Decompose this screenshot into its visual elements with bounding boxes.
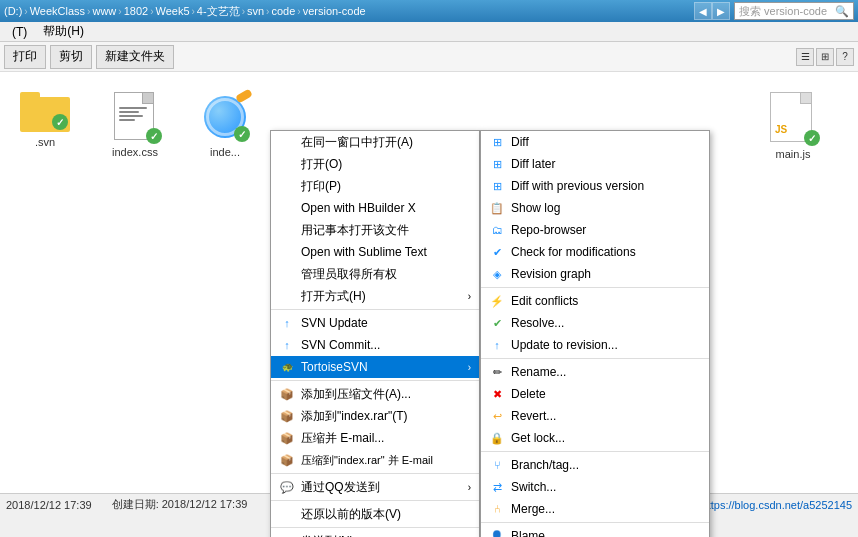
ctx-check-modifications[interactable]: ✔ Check for modifications [481, 241, 709, 263]
ctx-sep-1 [271, 309, 479, 310]
zip-email-icon: 📦 [279, 430, 295, 446]
archive-icon: 📦 [279, 386, 295, 402]
ctx-sublime[interactable]: Open with Sublime Text [271, 241, 479, 263]
new-folder-button[interactable]: 新建文件夹 [96, 45, 174, 69]
menu-item-t[interactable]: (T) [4, 23, 35, 41]
hbuilder-icon [279, 200, 295, 216]
forward-icon[interactable]: ▶ [712, 2, 730, 20]
repo-icon: 🗂 [489, 222, 505, 238]
ctx-switch[interactable]: ⇄ Switch... [481, 476, 709, 498]
switch-icon: ⇄ [489, 479, 505, 495]
status-create-date: 创建日期: 2018/12/12 17:39 [112, 497, 248, 512]
ctx-restore-version[interactable]: 还原以前的版本(V) [271, 503, 479, 525]
ctx-hbuilder[interactable]: Open with HBuilder X [271, 197, 479, 219]
ctx-rename[interactable]: ✏ Rename... [481, 361, 709, 383]
sublime-icon [279, 244, 295, 260]
cut-button[interactable]: 剪切 [50, 45, 92, 69]
ctx-print[interactable]: 打印(P) [271, 175, 479, 197]
menu-bar: (T) 帮助(H) [0, 22, 858, 42]
ctx-right-sep-1 [481, 287, 709, 288]
branch-icon: ⑂ [489, 457, 505, 473]
open-same-icon [279, 134, 295, 150]
ctx-merge[interactable]: ⑃ Merge... [481, 498, 709, 520]
ctx-zip-email[interactable]: 📦 压缩并 E-mail... [271, 427, 479, 449]
check-mod-icon: ✔ [489, 244, 505, 260]
ctx-notepad[interactable]: 用记事本打开该文件 [271, 219, 479, 241]
ctx-revision-graph[interactable]: ◈ Revision graph [481, 263, 709, 285]
ctx-diff-prev[interactable]: ⊞ Diff with previous version [481, 175, 709, 197]
ctx-svn-commit[interactable]: ↑ SVN Commit... [271, 334, 479, 356]
context-menu-overlay: 在同一窗口中打开(A) 打开(O) 打印(P) Open with HBuild… [0, 110, 858, 493]
diff-later-icon: ⊞ [489, 156, 505, 172]
breadcrumb: (D:) › WeekClass › www › 1802 › Week5 › … [4, 4, 694, 19]
ctx-repo-browser[interactable]: 🗂 Repo-browser [481, 219, 709, 241]
help-icon[interactable]: ? [836, 48, 854, 66]
ctx-show-log[interactable]: 📋 Show log [481, 197, 709, 219]
print-button[interactable]: 打印 [4, 45, 46, 69]
open-icon [279, 156, 295, 172]
zip-rar-email-icon: 📦 [279, 452, 295, 468]
ctx-sep-3 [271, 473, 479, 474]
conflict-icon: ⚡ [489, 293, 505, 309]
ctx-diff[interactable]: ⊞ Diff [481, 131, 709, 153]
ctx-open-with[interactable]: 打开方式(H) › [271, 285, 479, 307]
ctx-branch-tag[interactable]: ⑂ Branch/tag... [481, 454, 709, 476]
ctx-admin[interactable]: 管理员取得所有权 [271, 263, 479, 285]
ctx-update-revision[interactable]: ↑ Update to revision... [481, 334, 709, 356]
diff-prev-icon: ⊞ [489, 178, 505, 194]
update-rev-icon: ↑ [489, 337, 505, 353]
tortoisesvn-icon: 🐢 [279, 359, 295, 375]
sendto-icon [279, 533, 295, 537]
diff-icon: ⊞ [489, 134, 505, 150]
ctx-qq-send[interactable]: 💬 通过QQ发送到 › [271, 476, 479, 498]
ctx-sep-2 [271, 380, 479, 381]
ctx-right-sep-4 [481, 522, 709, 523]
ctx-add-archive[interactable]: 📦 添加到压缩文件(A)... [271, 383, 479, 405]
resolve-icon: ✔ [489, 315, 505, 331]
openwith-icon [279, 288, 295, 304]
lock-icon: 🔒 [489, 430, 505, 446]
delete-icon: ✖ [489, 386, 505, 402]
ctx-tortoisesvn[interactable]: 🐢 TortoiseSVN › [271, 356, 479, 378]
ctx-sep-5 [271, 527, 479, 528]
ctx-revert[interactable]: ↩ Revert... [481, 405, 709, 427]
search-input[interactable]: 搜索 version-code 🔍 [734, 2, 854, 20]
search-icon: 🔍 [835, 5, 849, 18]
ctx-right-sep-3 [481, 451, 709, 452]
blame-icon: 👤 [489, 528, 505, 537]
context-menu-right[interactable]: ⊞ Diff ⊞ Diff later ⊞ Diff with previous… [480, 130, 710, 537]
svn-commit-icon: ↑ [279, 337, 295, 353]
admin-icon [279, 266, 295, 282]
context-menu-left[interactable]: 在同一窗口中打开(A) 打开(O) 打印(P) Open with HBuild… [270, 130, 480, 537]
merge-icon: ⑃ [489, 501, 505, 517]
ctx-send-to[interactable]: 发送到(N) › [271, 530, 479, 537]
ctx-delete[interactable]: ✖ Delete [481, 383, 709, 405]
menu-item-help[interactable]: 帮助(H) [35, 21, 92, 42]
ctx-sep-4 [271, 500, 479, 501]
main-area: ✓ .svn ✓ index.cs [0, 72, 858, 515]
revision-graph-icon: ◈ [489, 266, 505, 282]
ctx-right-sep-2 [481, 358, 709, 359]
rename-icon: ✏ [489, 364, 505, 380]
ctx-open-same-window[interactable]: 在同一窗口中打开(A) [271, 131, 479, 153]
status-date: 2018/12/12 17:39 [6, 499, 92, 511]
window-icon[interactable]: ⊞ [816, 48, 834, 66]
ctx-get-lock[interactable]: 🔒 Get lock... [481, 427, 709, 449]
ctx-edit-conflicts[interactable]: ⚡ Edit conflicts [481, 290, 709, 312]
svn-update-icon: ↑ [279, 315, 295, 331]
revert-icon: ↩ [489, 408, 505, 424]
ctx-blame[interactable]: 👤 Blame... [481, 525, 709, 537]
status-url: https://blog.csdn.net/a5252145 [702, 499, 852, 511]
view-icon[interactable]: ☰ [796, 48, 814, 66]
ctx-resolve[interactable]: ✔ Resolve... [481, 312, 709, 334]
restore-icon [279, 506, 295, 522]
title-bar: (D:) › WeekClass › www › 1802 › Week5 › … [0, 0, 858, 22]
ctx-diff-later[interactable]: ⊞ Diff later [481, 153, 709, 175]
back-icon[interactable]: ◀ [694, 2, 712, 20]
ctx-add-rar[interactable]: 📦 添加到"index.rar"(T) [271, 405, 479, 427]
rar-icon: 📦 [279, 408, 295, 424]
ctx-svn-update[interactable]: ↑ SVN Update [271, 312, 479, 334]
log-icon: 📋 [489, 200, 505, 216]
ctx-open[interactable]: 打开(O) [271, 153, 479, 175]
ctx-zip-rar-email[interactable]: 📦 压缩到"index.rar" 并 E-mail [271, 449, 479, 471]
